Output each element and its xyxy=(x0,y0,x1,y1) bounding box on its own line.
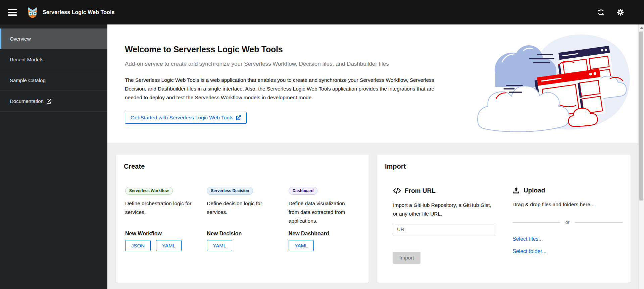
masthead: Serverless Logic Web Tools xyxy=(0,0,644,24)
settings-gear-icon[interactable] xyxy=(616,8,625,17)
external-link-icon xyxy=(47,99,51,104)
create-card-title: Create xyxy=(124,163,361,170)
create-description: Define data visualization from data extr… xyxy=(289,199,356,231)
scrollbar-thumb[interactable] xyxy=(639,32,643,200)
upload-heading: Upload xyxy=(512,187,623,194)
new-dashboard-yaml-button[interactable]: YAML xyxy=(289,240,314,251)
new-workflow-json-button[interactable]: JSON xyxy=(125,240,151,251)
sidebar-item-label: Overview xyxy=(10,36,31,42)
dashboard-badge: Dashboard xyxy=(289,187,318,195)
new-decision-label: New Decision xyxy=(207,231,278,237)
create-col-serverless-decision: Serverless Decision Define decision logi… xyxy=(207,187,278,251)
scrollbar-up-arrow-icon[interactable] xyxy=(640,26,643,29)
serverless-decision-badge: Serverless Decision xyxy=(207,187,253,195)
hamburger-bar xyxy=(8,9,17,10)
import-button[interactable]: Import xyxy=(393,252,420,264)
create-description: Define orchestration logic for services. xyxy=(125,199,192,231)
external-link-icon xyxy=(236,115,241,120)
from-url-description: Import a GitHub Repository, a GitHub Gis… xyxy=(393,201,496,218)
new-decision-yaml-button[interactable]: YAML xyxy=(207,240,232,251)
import-from-url-column: From URL Import a GitHub Repository, a G… xyxy=(385,187,496,264)
sidebar-item-label: Recent Models xyxy=(10,57,43,62)
import-upload-column: Upload Drag & drop files and folders her… xyxy=(504,187,623,264)
or-label: or xyxy=(565,220,569,225)
sidebar-item-overview[interactable]: Overview xyxy=(0,28,107,49)
new-workflow-yaml-button[interactable]: YAML xyxy=(156,240,182,251)
upload-title: Upload xyxy=(524,187,545,194)
cloud-illustration xyxy=(475,33,632,132)
import-options: From URL Import a GitHub Repository, a G… xyxy=(385,187,623,264)
sidebar-item-documentation[interactable]: Documentation xyxy=(0,91,107,112)
sidebar-item-label: Documentation xyxy=(10,98,44,104)
welcome-section: Welcome to Serverless Logic Web Tools Ad… xyxy=(107,24,638,143)
app-title: Serverless Logic Web Tools xyxy=(43,9,115,15)
hamburger-bar xyxy=(8,14,17,16)
divider-line xyxy=(575,222,623,223)
from-url-heading: From URL xyxy=(393,187,496,195)
import-card: Import From URL xyxy=(377,155,631,283)
get-started-button[interactable]: Get Started with Serverless Logic Web To… xyxy=(125,112,247,124)
sidebar-item-recent-models[interactable]: Recent Models xyxy=(0,49,107,70)
import-card-title: Import xyxy=(385,163,623,170)
create-description: Define decision logic for services. xyxy=(207,199,274,231)
divider-line xyxy=(512,222,560,223)
owl-logo-icon xyxy=(26,6,39,19)
url-input[interactable] xyxy=(393,223,496,235)
welcome-description: The Serverless Logic Web Tools is a web … xyxy=(125,76,449,102)
select-folder-link[interactable]: Select folder... xyxy=(512,248,546,254)
sidebar-nav: Overview Recent Models Sample Catalog Do… xyxy=(0,24,107,289)
nav-toggle-hamburger-button[interactable] xyxy=(8,8,18,16)
code-icon xyxy=(393,187,401,195)
new-workflow-label: New Workflow xyxy=(125,231,196,237)
from-url-title: From URL xyxy=(405,187,436,194)
sidebar-item-label: Sample Catalog xyxy=(10,77,46,83)
create-card: Create Serverless Workflow Define orches… xyxy=(116,155,369,283)
cards-section: Create Serverless Workflow Define orches… xyxy=(107,143,638,289)
main-content: Welcome to Serverless Logic Web Tools Ad… xyxy=(107,24,638,289)
upload-description: Drag & drop files and folders here... xyxy=(512,200,623,209)
upload-icon xyxy=(512,187,520,194)
create-options: Serverless Workflow Define orchestration… xyxy=(124,187,361,251)
or-divider: or xyxy=(512,220,623,225)
serverless-workflow-badge: Serverless Workflow xyxy=(125,187,173,195)
get-started-label: Get Started with Serverless Logic Web To… xyxy=(131,115,233,121)
sync-icon[interactable] xyxy=(596,8,605,17)
sidebar-item-sample-catalog[interactable]: Sample Catalog xyxy=(0,70,107,91)
select-files-link[interactable]: Select files... xyxy=(512,236,543,242)
hamburger-bar xyxy=(8,12,17,13)
vertical-scrollbar[interactable] xyxy=(638,24,644,289)
new-dashboard-label: New Dashboard xyxy=(289,231,359,237)
create-col-serverless-workflow: Serverless Workflow Define orchestration… xyxy=(125,187,196,251)
create-col-dashboard: Dashboard Define data visualization from… xyxy=(289,187,359,251)
masthead-actions xyxy=(596,8,635,17)
